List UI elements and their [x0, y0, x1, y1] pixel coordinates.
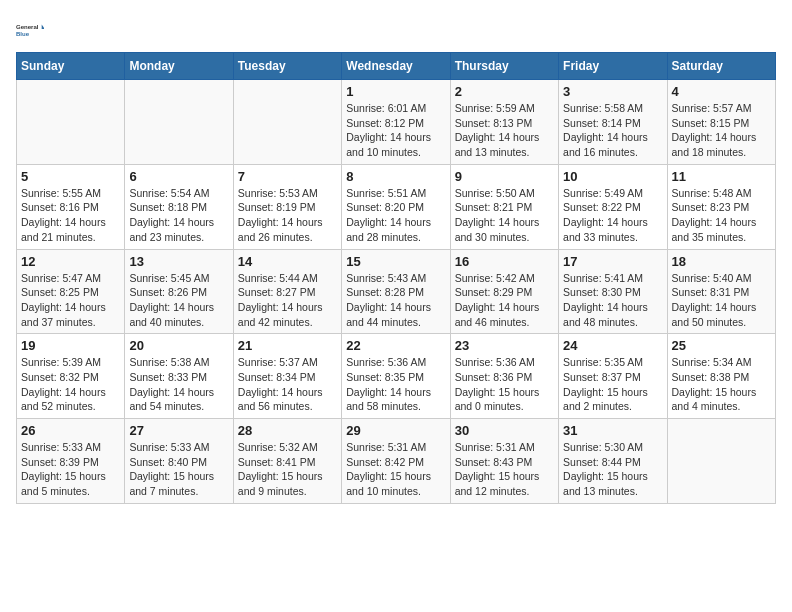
day-info: Sunrise: 5:38 AM Sunset: 8:33 PM Dayligh… [129, 355, 228, 414]
calendar-cell: 24Sunrise: 5:35 AM Sunset: 8:37 PM Dayli… [559, 334, 667, 419]
calendar-cell: 21Sunrise: 5:37 AM Sunset: 8:34 PM Dayli… [233, 334, 341, 419]
day-number: 17 [563, 254, 662, 269]
day-number: 29 [346, 423, 445, 438]
calendar-cell: 16Sunrise: 5:42 AM Sunset: 8:29 PM Dayli… [450, 249, 558, 334]
day-info: Sunrise: 5:55 AM Sunset: 8:16 PM Dayligh… [21, 186, 120, 245]
calendar-table: SundayMondayTuesdayWednesdayThursdayFrid… [16, 52, 776, 504]
day-info: Sunrise: 5:42 AM Sunset: 8:29 PM Dayligh… [455, 271, 554, 330]
day-number: 4 [672, 84, 771, 99]
day-info: Sunrise: 5:59 AM Sunset: 8:13 PM Dayligh… [455, 101, 554, 160]
calendar-cell: 6Sunrise: 5:54 AM Sunset: 8:18 PM Daylig… [125, 164, 233, 249]
day-info: Sunrise: 5:41 AM Sunset: 8:30 PM Dayligh… [563, 271, 662, 330]
day-number: 16 [455, 254, 554, 269]
day-header-saturday: Saturday [667, 53, 775, 80]
day-number: 23 [455, 338, 554, 353]
calendar-cell: 5Sunrise: 5:55 AM Sunset: 8:16 PM Daylig… [17, 164, 125, 249]
calendar-cell: 13Sunrise: 5:45 AM Sunset: 8:26 PM Dayli… [125, 249, 233, 334]
day-header-wednesday: Wednesday [342, 53, 450, 80]
calendar-cell: 7Sunrise: 5:53 AM Sunset: 8:19 PM Daylig… [233, 164, 341, 249]
day-number: 12 [21, 254, 120, 269]
day-info: Sunrise: 5:48 AM Sunset: 8:23 PM Dayligh… [672, 186, 771, 245]
day-header-monday: Monday [125, 53, 233, 80]
calendar-cell: 10Sunrise: 5:49 AM Sunset: 8:22 PM Dayli… [559, 164, 667, 249]
calendar-cell: 22Sunrise: 5:36 AM Sunset: 8:35 PM Dayli… [342, 334, 450, 419]
calendar-week-2: 5Sunrise: 5:55 AM Sunset: 8:16 PM Daylig… [17, 164, 776, 249]
day-number: 21 [238, 338, 337, 353]
calendar-cell: 25Sunrise: 5:34 AM Sunset: 8:38 PM Dayli… [667, 334, 775, 419]
calendar-cell: 8Sunrise: 5:51 AM Sunset: 8:20 PM Daylig… [342, 164, 450, 249]
calendar-week-1: 1Sunrise: 6:01 AM Sunset: 8:12 PM Daylig… [17, 80, 776, 165]
day-info: Sunrise: 5:40 AM Sunset: 8:31 PM Dayligh… [672, 271, 771, 330]
day-number: 30 [455, 423, 554, 438]
calendar-cell: 23Sunrise: 5:36 AM Sunset: 8:36 PM Dayli… [450, 334, 558, 419]
svg-marker-2 [42, 24, 44, 29]
day-info: Sunrise: 5:39 AM Sunset: 8:32 PM Dayligh… [21, 355, 120, 414]
logo: General Blue [16, 16, 48, 44]
day-number: 26 [21, 423, 120, 438]
day-number: 18 [672, 254, 771, 269]
calendar-cell: 28Sunrise: 5:32 AM Sunset: 8:41 PM Dayli… [233, 419, 341, 504]
day-info: Sunrise: 5:50 AM Sunset: 8:21 PM Dayligh… [455, 186, 554, 245]
day-info: Sunrise: 5:31 AM Sunset: 8:42 PM Dayligh… [346, 440, 445, 499]
calendar-cell: 9Sunrise: 5:50 AM Sunset: 8:21 PM Daylig… [450, 164, 558, 249]
day-info: Sunrise: 5:58 AM Sunset: 8:14 PM Dayligh… [563, 101, 662, 160]
calendar-cell: 14Sunrise: 5:44 AM Sunset: 8:27 PM Dayli… [233, 249, 341, 334]
calendar-cell: 12Sunrise: 5:47 AM Sunset: 8:25 PM Dayli… [17, 249, 125, 334]
day-info: Sunrise: 5:32 AM Sunset: 8:41 PM Dayligh… [238, 440, 337, 499]
day-info: Sunrise: 5:47 AM Sunset: 8:25 PM Dayligh… [21, 271, 120, 330]
day-number: 27 [129, 423, 228, 438]
day-info: Sunrise: 5:33 AM Sunset: 8:39 PM Dayligh… [21, 440, 120, 499]
calendar-cell: 3Sunrise: 5:58 AM Sunset: 8:14 PM Daylig… [559, 80, 667, 165]
day-number: 25 [672, 338, 771, 353]
calendar-cell [17, 80, 125, 165]
calendar-cell: 4Sunrise: 5:57 AM Sunset: 8:15 PM Daylig… [667, 80, 775, 165]
day-info: Sunrise: 5:45 AM Sunset: 8:26 PM Dayligh… [129, 271, 228, 330]
day-info: Sunrise: 5:31 AM Sunset: 8:43 PM Dayligh… [455, 440, 554, 499]
day-number: 28 [238, 423, 337, 438]
day-header-friday: Friday [559, 53, 667, 80]
svg-text:Blue: Blue [16, 31, 30, 37]
calendar-cell: 2Sunrise: 5:59 AM Sunset: 8:13 PM Daylig… [450, 80, 558, 165]
day-number: 20 [129, 338, 228, 353]
day-info: Sunrise: 5:49 AM Sunset: 8:22 PM Dayligh… [563, 186, 662, 245]
day-number: 13 [129, 254, 228, 269]
day-info: Sunrise: 5:30 AM Sunset: 8:44 PM Dayligh… [563, 440, 662, 499]
logo-icon: General Blue [16, 16, 44, 44]
day-number: 10 [563, 169, 662, 184]
day-number: 14 [238, 254, 337, 269]
day-info: Sunrise: 5:36 AM Sunset: 8:36 PM Dayligh… [455, 355, 554, 414]
day-info: Sunrise: 5:51 AM Sunset: 8:20 PM Dayligh… [346, 186, 445, 245]
day-info: Sunrise: 5:54 AM Sunset: 8:18 PM Dayligh… [129, 186, 228, 245]
svg-text:General: General [16, 24, 39, 30]
calendar-week-5: 26Sunrise: 5:33 AM Sunset: 8:39 PM Dayli… [17, 419, 776, 504]
day-number: 2 [455, 84, 554, 99]
calendar-cell: 27Sunrise: 5:33 AM Sunset: 8:40 PM Dayli… [125, 419, 233, 504]
day-number: 7 [238, 169, 337, 184]
day-info: Sunrise: 5:36 AM Sunset: 8:35 PM Dayligh… [346, 355, 445, 414]
day-info: Sunrise: 5:33 AM Sunset: 8:40 PM Dayligh… [129, 440, 228, 499]
day-number: 22 [346, 338, 445, 353]
day-number: 15 [346, 254, 445, 269]
page-header: General Blue [16, 16, 776, 44]
calendar-cell: 18Sunrise: 5:40 AM Sunset: 8:31 PM Dayli… [667, 249, 775, 334]
day-number: 19 [21, 338, 120, 353]
day-info: Sunrise: 5:44 AM Sunset: 8:27 PM Dayligh… [238, 271, 337, 330]
day-number: 11 [672, 169, 771, 184]
day-info: Sunrise: 5:34 AM Sunset: 8:38 PM Dayligh… [672, 355, 771, 414]
calendar-cell: 26Sunrise: 5:33 AM Sunset: 8:39 PM Dayli… [17, 419, 125, 504]
day-info: Sunrise: 5:37 AM Sunset: 8:34 PM Dayligh… [238, 355, 337, 414]
day-info: Sunrise: 5:53 AM Sunset: 8:19 PM Dayligh… [238, 186, 337, 245]
day-number: 1 [346, 84, 445, 99]
calendar-cell: 1Sunrise: 6:01 AM Sunset: 8:12 PM Daylig… [342, 80, 450, 165]
calendar-cell: 17Sunrise: 5:41 AM Sunset: 8:30 PM Dayli… [559, 249, 667, 334]
day-header-thursday: Thursday [450, 53, 558, 80]
calendar-week-4: 19Sunrise: 5:39 AM Sunset: 8:32 PM Dayli… [17, 334, 776, 419]
calendar-cell: 31Sunrise: 5:30 AM Sunset: 8:44 PM Dayli… [559, 419, 667, 504]
day-info: Sunrise: 6:01 AM Sunset: 8:12 PM Dayligh… [346, 101, 445, 160]
day-number: 24 [563, 338, 662, 353]
day-header-tuesday: Tuesday [233, 53, 341, 80]
day-number: 3 [563, 84, 662, 99]
calendar-cell [667, 419, 775, 504]
calendar-cell: 19Sunrise: 5:39 AM Sunset: 8:32 PM Dayli… [17, 334, 125, 419]
calendar-cell: 20Sunrise: 5:38 AM Sunset: 8:33 PM Dayli… [125, 334, 233, 419]
